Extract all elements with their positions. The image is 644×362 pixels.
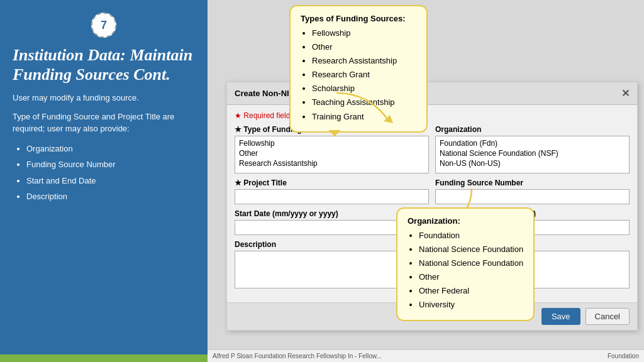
tooltip-item: Research Grant <box>312 68 416 82</box>
sidebar-desc1: User may modify a funding source. <box>13 92 195 104</box>
type-option[interactable]: Research Assistantship <box>237 158 426 168</box>
tooltip-item: Research Assistantship <box>312 54 416 68</box>
tooltip-org-item: National Science Foundation <box>419 243 523 256</box>
bottom-bar-right: Foundation <box>608 353 639 359</box>
cancel-button[interactable]: Cancel <box>586 308 630 325</box>
bottom-green-bar <box>0 354 208 362</box>
type-option[interactable]: Other <box>237 148 426 158</box>
list-item: Organization <box>26 141 195 156</box>
tooltip-org-item: National Science Foundation <box>419 256 523 270</box>
org-select[interactable]: Foundation (Fdn) National Science Founda… <box>435 136 630 173</box>
close-icon[interactable]: ✕ <box>621 87 630 99</box>
list-item: Description <box>26 189 195 204</box>
tooltip-org-item: University <box>419 298 523 312</box>
list-item: Funding Source Number <box>26 157 195 172</box>
content-area: Types of Funding Sources: Fellowship Oth… <box>208 0 644 362</box>
tooltip-org-item: Other <box>419 270 523 284</box>
tooltip-item: Fellowship <box>312 26 416 40</box>
list-item: Start and End Date <box>26 173 195 188</box>
form-header: Create Non-NIH F ✕ <box>227 82 637 105</box>
sidebar-desc2: Type of Funding Source and Project Title… <box>13 111 195 135</box>
sidebar: 7 Institution Data: Maintain Funding Sou… <box>0 0 208 362</box>
tooltip-org-list: Foundation National Science Foundation N… <box>408 229 523 312</box>
form-row-title-funding: ★ Project Title Funding Source Number <box>235 178 630 204</box>
tooltip-org-title: Organization: <box>408 216 523 226</box>
tooltip-item: Other <box>312 40 416 54</box>
org-option[interactable]: Foundation (Fdn) <box>438 138 627 148</box>
bottom-bar: Alfred P Sloan Foundation Research Fello… <box>208 349 644 362</box>
sidebar-title: Institution Data: Maintain Funding Sourc… <box>13 45 195 84</box>
form-row-type-org: ★ Type of Funding Source Fellowship Othe… <box>235 125 630 173</box>
org-option[interactable]: Non-US (Non-US) <box>438 158 627 168</box>
save-button[interactable]: Save <box>541 308 580 325</box>
org-label: Organization <box>435 125 630 134</box>
project-title-label: ★ Project Title <box>235 178 429 187</box>
org-option[interactable]: National Science Foundation (NSF) <box>438 148 627 158</box>
tooltip-funding-title: Types of Funding Sources: <box>301 14 416 23</box>
step-number: 7 <box>91 13 116 38</box>
bottom-bar-text: Alfred P Sloan Foundation Research Fello… <box>213 353 382 359</box>
arrow-top <box>330 87 406 124</box>
form-group-project-title: ★ Project Title <box>235 178 429 204</box>
sidebar-list: Organization Funding Source Number Start… <box>13 141 195 204</box>
form-group-org: Organization Foundation (Fdn) National S… <box>435 125 630 173</box>
project-title-input[interactable] <box>235 189 429 204</box>
tooltip-org-item: Other Federal <box>419 284 523 298</box>
tooltip-organization: Organization: Foundation National Scienc… <box>396 207 535 321</box>
tooltip-org-item: Foundation <box>419 229 523 243</box>
